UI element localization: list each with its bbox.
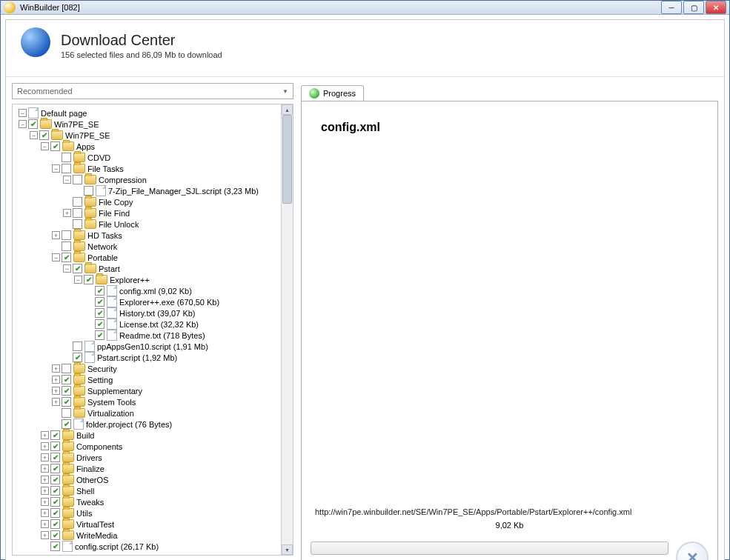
- tree-checkbox[interactable]: [62, 253, 71, 262]
- expand-toggle[interactable]: −: [74, 276, 82, 284]
- tree-node[interactable]: +Security: [13, 363, 281, 374]
- expand-toggle[interactable]: +: [41, 453, 49, 461]
- expand-toggle[interactable]: −: [30, 131, 38, 139]
- tree-node[interactable]: Readme.txt (718 Bytes): [13, 330, 281, 341]
- tree-checkbox[interactable]: [95, 319, 104, 329]
- tree-checkbox[interactable]: [62, 241, 71, 251]
- tree-checkbox[interactable]: [95, 308, 104, 318]
- tree-node[interactable]: +HD Tasks: [13, 230, 281, 241]
- tree-node[interactable]: +Utils: [13, 507, 281, 519]
- tree-checkbox[interactable]: [62, 230, 71, 240]
- tree-checkbox[interactable]: [50, 141, 60, 151]
- expand-toggle[interactable]: +: [41, 498, 49, 506]
- tree-node[interactable]: config.script (26,17 Kb): [13, 541, 281, 552]
- tree-node[interactable]: +OtherOS: [13, 474, 281, 485]
- tree-node[interactable]: config.xml (9,02 Kb): [13, 285, 281, 296]
- tree-node[interactable]: Network: [13, 241, 281, 252]
- tree-checkbox[interactable]: [50, 519, 60, 529]
- tree-checkbox[interactable]: [62, 408, 71, 418]
- close-button[interactable]: ✕: [706, 1, 726, 14]
- scroll-down-button[interactable]: ▼: [282, 544, 293, 555]
- expand-toggle[interactable]: −: [19, 120, 27, 128]
- expand-toggle[interactable]: +: [63, 209, 71, 217]
- cancel-button[interactable]: ✕: [676, 541, 709, 560]
- tree-node[interactable]: −Apps: [13, 141, 281, 152]
- tree-node[interactable]: −File Tasks: [13, 163, 281, 174]
- tree-checkbox[interactable]: [62, 386, 71, 396]
- tree-checkbox[interactable]: [50, 530, 60, 540]
- expand-toggle[interactable]: +: [52, 231, 60, 239]
- tree-checkbox[interactable]: [50, 453, 60, 462]
- tree-checkbox[interactable]: [73, 353, 82, 362]
- expand-toggle[interactable]: +: [52, 398, 60, 406]
- file-tree[interactable]: −Default page−Win7PE_SE−Win7PE_SE−AppsCD…: [13, 104, 281, 555]
- tree-node[interactable]: +VirtualTest: [13, 519, 281, 530]
- tree-checkbox[interactable]: [84, 186, 93, 196]
- expand-toggle[interactable]: −: [52, 253, 60, 261]
- tree-node[interactable]: +System Tools: [13, 396, 281, 407]
- tree-checkbox[interactable]: [50, 486, 60, 496]
- expand-toggle[interactable]: +: [41, 476, 49, 484]
- tree-node[interactable]: CDVD: [13, 152, 281, 163]
- tree-checkbox[interactable]: [62, 153, 71, 162]
- tree-checkbox[interactable]: [50, 475, 60, 484]
- tree-node[interactable]: File Copy: [13, 196, 281, 207]
- expand-toggle[interactable]: +: [41, 464, 49, 473]
- expand-toggle[interactable]: +: [41, 509, 49, 517]
- tree-node[interactable]: Pstart.script (1,92 Mb): [13, 352, 281, 363]
- expand-toggle[interactable]: −: [63, 176, 71, 184]
- expand-toggle[interactable]: +: [41, 531, 49, 539]
- tree-checkbox[interactable]: [73, 175, 82, 184]
- tree-node[interactable]: +Setting: [13, 374, 281, 385]
- tree-node[interactable]: −Pstart: [13, 263, 281, 274]
- tree-scrollbar[interactable]: ▲ ▼: [281, 104, 293, 555]
- minimize-button[interactable]: ─: [661, 1, 682, 14]
- tree-node[interactable]: −Portable: [13, 252, 281, 263]
- tree-node[interactable]: +WriteMedia: [13, 530, 281, 541]
- expand-toggle[interactable]: +: [52, 376, 60, 384]
- tree-checkbox[interactable]: [95, 330, 104, 340]
- tree-node[interactable]: −Explorer++: [13, 274, 281, 285]
- tree-checkbox[interactable]: [50, 541, 60, 551]
- tree-node[interactable]: +Finalize: [13, 463, 281, 474]
- tree-node[interactable]: −Compression: [13, 174, 281, 185]
- tree-node[interactable]: ppAppsGen10.script (1,91 Mb): [13, 341, 281, 352]
- tree-node[interactable]: +Build: [13, 430, 281, 441]
- tree-node[interactable]: Explorer++.exe (670,50 Kb): [13, 296, 281, 307]
- expand-toggle[interactable]: −: [19, 109, 27, 117]
- tree-checkbox[interactable]: [73, 341, 82, 351]
- expand-toggle[interactable]: −: [52, 164, 60, 173]
- tree-checkbox[interactable]: [39, 130, 49, 140]
- tree-node[interactable]: +Drivers: [13, 452, 281, 463]
- tree-checkbox[interactable]: [62, 164, 71, 173]
- tree-checkbox[interactable]: [50, 430, 60, 440]
- tree-checkbox[interactable]: [73, 264, 82, 273]
- tree-node[interactable]: 7-Zip_File_Manager_SJL.script (3,23 Mb): [13, 185, 281, 196]
- expand-toggle[interactable]: +: [41, 520, 49, 528]
- tree-node[interactable]: +Tweaks: [13, 496, 281, 507]
- scroll-up-button[interactable]: ▲: [282, 104, 293, 115]
- tree-node[interactable]: +Components: [13, 441, 281, 452]
- tree-checkbox[interactable]: [28, 119, 38, 129]
- expand-toggle[interactable]: +: [41, 487, 49, 495]
- tree-checkbox[interactable]: [62, 419, 71, 429]
- tree-node[interactable]: −Default page: [13, 107, 281, 119]
- tree-node[interactable]: Virtualization: [13, 407, 281, 419]
- tree-checkbox[interactable]: [50, 464, 60, 473]
- tree-node[interactable]: License.txt (32,32 Kb): [13, 319, 281, 330]
- tree-checkbox[interactable]: [73, 208, 82, 218]
- tree-node[interactable]: +File Find: [13, 207, 281, 219]
- maximize-button[interactable]: ▢: [683, 1, 704, 14]
- expand-toggle[interactable]: −: [41, 142, 49, 150]
- tree-node[interactable]: History.txt (39,07 Kb): [13, 307, 281, 319]
- tree-node[interactable]: File Unlock: [13, 219, 281, 230]
- tree-checkbox[interactable]: [50, 441, 60, 451]
- tree-node[interactable]: −Win7PE_SE: [13, 119, 281, 130]
- titlebar[interactable]: WinBuilder [082] ─ ▢ ✕: [1, 1, 729, 15]
- tree-checkbox[interactable]: [62, 375, 71, 384]
- tree-node[interactable]: −Win7PE_SE: [13, 130, 281, 141]
- expand-toggle[interactable]: +: [41, 431, 49, 439]
- tree-checkbox[interactable]: [95, 297, 104, 307]
- tree-checkbox[interactable]: [73, 197, 82, 207]
- tree-checkbox[interactable]: [50, 508, 60, 518]
